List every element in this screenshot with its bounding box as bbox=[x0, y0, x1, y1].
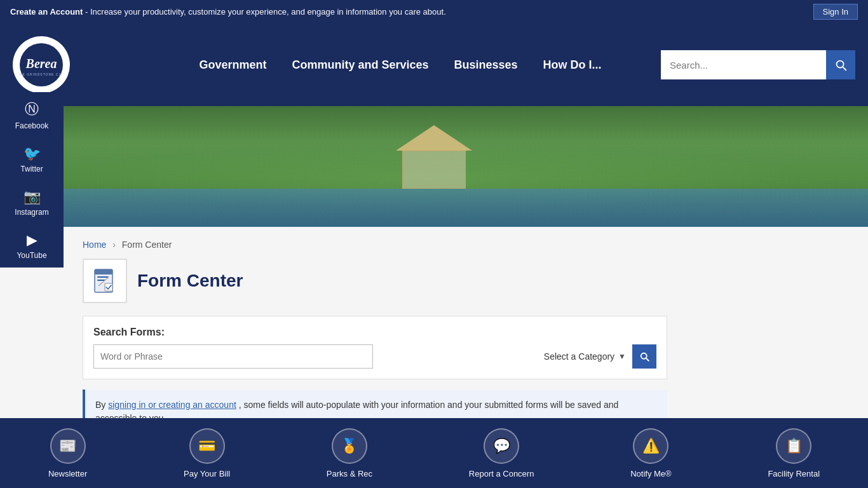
footer-notifyme[interactable]: ⚠️ Notify Me® bbox=[624, 428, 677, 447]
svg-rect-7 bbox=[95, 269, 112, 274]
social-instagram[interactable]: 📷 Instagram bbox=[0, 181, 64, 224]
svg-rect-6 bbox=[97, 280, 105, 281]
nav-businesses[interactable]: Businesses bbox=[451, 52, 521, 78]
word-phrase-input[interactable] bbox=[93, 344, 373, 369]
header-search bbox=[661, 50, 855, 79]
content-area: Home › Form Center Form Center bbox=[70, 240, 680, 434]
page-title: Form Center bbox=[137, 271, 243, 291]
svg-text:THE GRINDSTONE CITY: THE GRINDSTONE CITY bbox=[19, 72, 64, 76]
facebook-icon: Ⓝ bbox=[25, 100, 39, 119]
main-nav: Government Community and Services Busine… bbox=[153, 52, 648, 78]
category-select-label: Select a Category bbox=[544, 351, 614, 362]
logo-svg: Berea THE GRINDSTONE CITY bbox=[19, 43, 64, 87]
search-forms-icon bbox=[639, 351, 650, 362]
page-icon bbox=[83, 259, 127, 303]
forms-search-button[interactable] bbox=[632, 344, 656, 369]
social-twitter[interactable]: 🐦 Twitter bbox=[0, 138, 64, 181]
water-reflection bbox=[0, 189, 868, 227]
page-header: Form Center bbox=[83, 259, 667, 303]
form-center-icon bbox=[92, 268, 118, 294]
social-facebook[interactable]: Ⓝ Facebook bbox=[0, 92, 64, 138]
instagram-icon: 📷 bbox=[24, 189, 41, 205]
svg-text:Berea: Berea bbox=[25, 57, 57, 71]
category-select-wrapper: Select a Category ▼ bbox=[544, 351, 626, 362]
facebook-label: Facebook bbox=[15, 121, 49, 130]
breadcrumb-separator: › bbox=[112, 240, 116, 250]
banner-desc: - Increase your productivity, customize … bbox=[85, 7, 446, 17]
twitter-label: Twitter bbox=[20, 165, 43, 173]
footer-newsletter[interactable]: 📰 Newsletter bbox=[42, 428, 93, 447]
breadcrumb: Home › Form Center bbox=[83, 240, 667, 250]
gazebo-body bbox=[402, 151, 466, 189]
search-input[interactable] bbox=[661, 50, 826, 79]
footer-reportconcern[interactable]: 💬 Report a Concern bbox=[463, 428, 541, 447]
footer-paybill[interactable]: 💳 Pay Your Bill bbox=[177, 428, 236, 447]
youtube-icon: ▶ bbox=[27, 232, 37, 248]
sign-in-button[interactable]: Sign In bbox=[813, 4, 858, 20]
hero-image bbox=[0, 106, 868, 227]
facilityrental-icon: 📋 bbox=[776, 428, 811, 447]
main-layout: Home › Form Center Form Center bbox=[0, 227, 868, 447]
twitter-icon: 🐦 bbox=[24, 146, 41, 162]
nav-government[interactable]: Government bbox=[196, 52, 269, 78]
chevron-down-icon: ▼ bbox=[618, 352, 626, 361]
svg-rect-5 bbox=[97, 276, 109, 278]
info-prefix: By bbox=[95, 400, 108, 410]
footer-parksrec[interactable]: 🏅 Parks & Rec bbox=[320, 428, 379, 447]
youtube-label: YouTube bbox=[17, 251, 46, 260]
site-header: Berea THE GRINDSTONE CITY Government Com… bbox=[0, 24, 868, 106]
social-sidebar: Ⓝ Facebook 🐦 Twitter 📷 Instagram ▶ YouTu… bbox=[0, 92, 64, 268]
search-icon bbox=[834, 58, 848, 72]
logo-area: Berea THE GRINDSTONE CITY bbox=[13, 36, 153, 93]
footer-facilityrental[interactable]: 📋 Facility Rental bbox=[761, 428, 826, 447]
footer-bar: 📰 Newsletter 💳 Pay Your Bill 🏅 Parks & R… bbox=[0, 418, 868, 447]
search-button[interactable] bbox=[826, 50, 855, 79]
banner-text: Create an Account - Increase your produc… bbox=[10, 7, 446, 17]
create-account-link[interactable]: Create an Account bbox=[10, 7, 83, 17]
reportconcern-icon: 💬 bbox=[484, 428, 519, 447]
logo-circle: Berea THE GRINDSTONE CITY bbox=[13, 36, 70, 93]
search-forms-label: Search Forms: bbox=[93, 327, 656, 338]
nav-howdoi[interactable]: How Do I... bbox=[540, 52, 605, 78]
gazebo-decoration bbox=[396, 125, 472, 189]
search-forms-row: Select a Category ▼ bbox=[93, 344, 656, 369]
gazebo-roof bbox=[396, 125, 472, 151]
parksrec-icon: 🏅 bbox=[332, 428, 367, 447]
nav-community[interactable]: Community and Services bbox=[288, 52, 431, 78]
paybill-icon: 💳 bbox=[189, 428, 225, 447]
breadcrumb-home[interactable]: Home bbox=[83, 240, 106, 250]
instagram-label: Instagram bbox=[15, 208, 48, 217]
top-banner: Create an Account - Increase your produc… bbox=[0, 0, 868, 24]
search-forms-box: Search Forms: Select a Category ▼ bbox=[83, 316, 667, 379]
social-youtube[interactable]: ▶ YouTube bbox=[0, 224, 64, 268]
newsletter-icon: 📰 bbox=[50, 428, 86, 447]
notifyme-icon: ⚠️ bbox=[633, 428, 668, 447]
sign-in-link[interactable]: signing in or creating an account bbox=[108, 400, 236, 410]
breadcrumb-current: Form Center bbox=[122, 240, 172, 250]
